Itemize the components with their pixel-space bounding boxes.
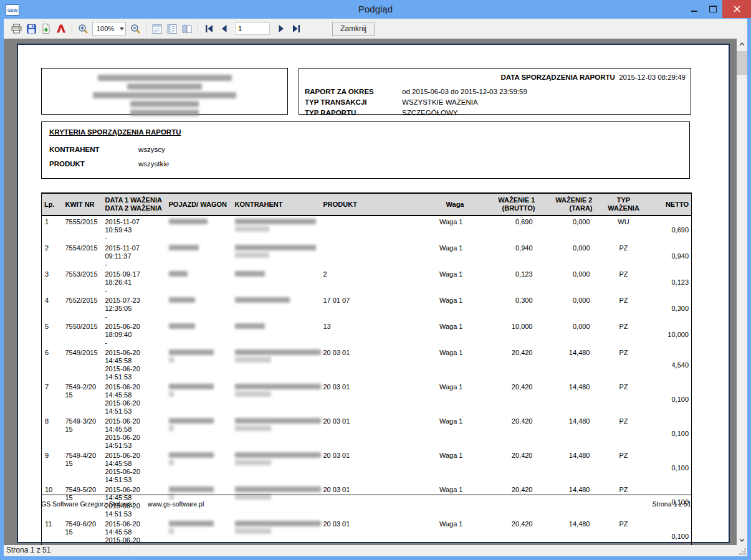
table-cell: 7550/2015 <box>63 321 103 347</box>
table-cell <box>166 347 232 381</box>
export-button[interactable] <box>39 21 54 36</box>
toolbar-separator <box>198 22 198 35</box>
last-page-button[interactable] <box>289 21 304 36</box>
table-cell: PZ <box>595 415 653 450</box>
report-info-box: DATA SPORZĄDZENIA RAPORTU 2015-12-03 08:… <box>299 68 691 115</box>
table-cell: 14,480 <box>538 450 595 484</box>
minimize-button[interactable] <box>685 0 704 18</box>
table-cell <box>232 518 321 545</box>
vertical-scrollbar[interactable] <box>737 39 747 545</box>
zoom-in-button[interactable] <box>75 21 90 36</box>
previous-page-button[interactable] <box>216 21 231 36</box>
criteria-box: KRYTERIA SPORZĄDZENIA RAPORTU KONTRAHENT… <box>41 121 690 179</box>
zoom-out-icon <box>130 24 141 34</box>
table-row: 117549-6/20152015-06-20 14:45:582015-06-… <box>42 518 692 545</box>
table-cell: Waga 1 <box>401 381 467 415</box>
table-cell: 7549-3/2015 <box>63 415 103 450</box>
table-cell: 2 <box>321 268 401 295</box>
redacted-text <box>235 357 271 363</box>
table-cell: 0,100 <box>653 518 692 545</box>
zoom-level-select[interactable]: 100% <box>92 22 126 36</box>
redacted-text <box>235 425 271 431</box>
page-setup-icon <box>152 24 162 34</box>
table-cell: 8 <box>42 415 63 450</box>
pdf-export-button[interactable] <box>54 21 69 36</box>
redacted-text <box>235 245 316 250</box>
close-button[interactable] <box>722 0 751 18</box>
redacted-text <box>169 486 214 492</box>
table-cell: PZ <box>595 321 653 347</box>
last-page-icon <box>292 24 301 33</box>
redacted-text <box>169 425 174 431</box>
redacted-text <box>169 452 214 458</box>
first-page-button[interactable] <box>201 21 216 36</box>
table-cell: 2015-06-20 14:45:582015-06-20 14:51:53 <box>103 347 166 381</box>
title-bar: GSW Podgląd <box>0 0 751 19</box>
column-header: NETTO <box>653 193 692 216</box>
scroll-down-button[interactable] <box>737 534 747 545</box>
redacted-text <box>169 297 195 303</box>
status-page-text: Strona 1 z 51 <box>6 546 50 554</box>
layout-settings-button[interactable] <box>165 21 179 36</box>
report-field: RAPORT ZA OKRES od 2015-06-03 do 2015-12… <box>305 87 686 97</box>
table-cell <box>166 295 232 321</box>
table-row: 57550/20152015-06-20 18:09:40-13Waga 110… <box>42 321 692 347</box>
table-row: 37553/20152015-09-17 18:26:41-2Waga 10,1… <box>42 268 692 295</box>
column-header: WAŻENIE 1(BRUTTO) <box>467 193 538 216</box>
close-preview-button[interactable]: Zamknij <box>332 22 375 36</box>
table-cell: Waga 1 <box>401 415 467 450</box>
print-button[interactable] <box>9 21 24 36</box>
facing-pages-icon <box>181 24 193 34</box>
table-cell: 7555/2015 <box>63 216 103 242</box>
table-cell <box>232 347 321 381</box>
criteria-row: PRODUKT wszystkie <box>49 157 683 171</box>
criteria-label: KONTRAHENT <box>49 143 138 157</box>
table-cell: 0,100 <box>653 450 692 484</box>
save-button[interactable] <box>24 21 39 36</box>
status-bar: Strona 1 z 51 <box>4 545 747 556</box>
redacted-text <box>169 271 188 277</box>
redacted-text <box>235 418 321 424</box>
page-setup-button[interactable] <box>150 21 165 36</box>
table-cell <box>321 242 401 268</box>
table-cell: 20 03 01 <box>321 347 401 381</box>
layout-settings-icon <box>167 24 177 34</box>
column-header: KWIT NR <box>63 193 103 216</box>
table-row: 27554/20152015-11-07 09:11:37-Waga 10,94… <box>42 242 692 268</box>
table-cell: PZ <box>595 450 653 484</box>
next-page-button[interactable] <box>274 21 289 36</box>
table-row: 67549/20152015-06-20 14:45:582015-06-20 … <box>42 347 692 381</box>
table-cell: 2015-09-17 18:26:41- <box>103 268 166 295</box>
redacted-text <box>169 384 214 389</box>
table-cell: 7 <box>42 381 63 415</box>
scroll-up-button[interactable] <box>737 39 747 49</box>
next-page-icon <box>277 24 285 33</box>
facing-pages-button[interactable] <box>179 21 194 36</box>
criteria-value: wszyscy <box>138 143 165 157</box>
table-cell <box>166 450 232 484</box>
zoom-out-button[interactable] <box>128 21 143 36</box>
field-value: WSZYSTKIE WAŻENIA <box>402 97 478 108</box>
table-cell: 0,123 <box>653 268 692 295</box>
page-number-input[interactable] <box>235 22 270 35</box>
resize-grip-icon[interactable] <box>739 548 746 555</box>
table-cell: 14,480 <box>538 381 595 415</box>
maximize-icon <box>709 6 717 12</box>
table-cell: 20,420 <box>467 450 538 484</box>
maximize-button[interactable] <box>704 0 722 18</box>
table-cell <box>232 415 321 450</box>
footer-company: GS Software Grzegorz Stolarski <box>41 500 134 508</box>
redacted-text <box>235 486 321 492</box>
table-cell: 20,420 <box>467 347 538 381</box>
redacted-text-line <box>130 110 199 116</box>
scrollbar-thumb[interactable] <box>737 51 747 75</box>
table-cell: 7549-6/2015 <box>63 518 103 545</box>
report-fields: RAPORT ZA OKRES od 2015-06-03 do 2015-12… <box>305 87 686 118</box>
table-cell: Waga 1 <box>401 321 467 347</box>
table-cell <box>166 518 232 545</box>
redacted-text <box>235 252 269 258</box>
table-cell: Waga 1 <box>401 347 467 381</box>
window-title: Podgląd <box>0 0 751 19</box>
redacted-text <box>169 528 174 534</box>
table-cell: 17 01 07 <box>321 295 401 321</box>
